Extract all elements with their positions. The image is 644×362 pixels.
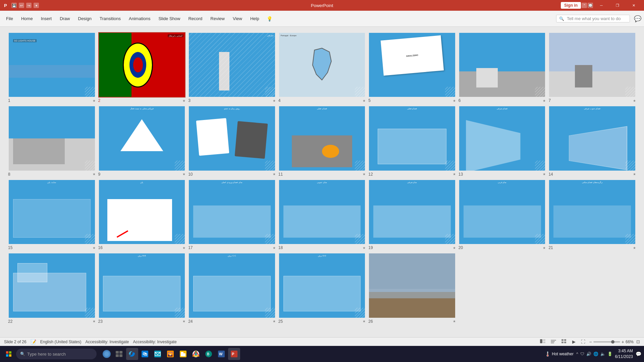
slide-item-5[interactable]: GRAU.ZERO 5 ★ [368,32,456,103]
slide-item-23[interactable]: برش B-B 23 ★ [98,253,186,323]
slide-item-14[interactable]: فضای جنوب شرقی 14 ★ [548,106,636,176]
slide-item-2[interactable]: آشنایی با پرتغال 2 ★ [98,32,186,103]
tab-slideshow[interactable]: Slide Show [155,15,183,22]
slide-item-25[interactable]: برش D-D 25 ★ [278,253,366,323]
slide-item-4[interactable]: Portugal - Europe 4 ★ [278,32,366,103]
slide-thumb-24[interactable]: برش C-C [188,253,276,318]
fit-slide-btn[interactable]: ⊡ [636,339,640,344]
slide-sorter-btn[interactable] [560,339,568,345]
slide-star-3[interactable]: ★ [273,99,276,103]
slide-item-19[interactable]: نمای شرقی 19 ★ [368,179,456,250]
quick-access-more[interactable]: ▾ [34,3,39,8]
slide-star-19[interactable]: ★ [453,246,456,250]
network-icon[interactable]: 🌐 [593,352,598,356]
slide-star-13[interactable]: ★ [543,172,546,176]
slide-star-10[interactable]: ★ [273,172,276,176]
restore-button[interactable]: ❐ [610,0,625,11]
tab-insert[interactable]: Insert [38,15,55,22]
taskbar-mail[interactable] [152,348,164,360]
slide-star-18[interactable]: ★ [363,246,366,250]
slide-item-13[interactable]: فضای شرقی 13 ★ [459,106,546,176]
tab-review[interactable]: Review [207,15,228,22]
taskbar-search[interactable]: 🔍 Type here to search [16,349,97,359]
zoom-in-btn[interactable]: + [622,339,624,345]
slide-item-22[interactable]: 22 ★ [8,253,96,323]
slide-item-20[interactable]: نمای غربی 20 ★ [459,179,546,250]
slide-item-8[interactable]: 8 ★ [8,106,96,176]
slide-star-15[interactable]: ★ [93,246,96,250]
slide-star-5[interactable]: ★ [453,99,456,103]
taskbar-photos[interactable]: 🌄 [164,348,176,360]
slide-item-16[interactable]: پلن 16 ★ [98,179,186,250]
tab-view[interactable]: View [229,15,246,22]
tab-home[interactable]: Home [18,15,36,22]
taskbar-cortana[interactable] [101,348,113,360]
zoom-thumb[interactable] [611,340,614,344]
slide-item-3[interactable]: جغرافی 3 ★ [188,32,276,103]
tab-draw[interactable]: Draw [56,15,73,22]
slide-thumb-6[interactable] [459,32,546,98]
defender-icon[interactable]: 🛡 [580,352,584,356]
slide-item-9[interactable]: فروکنی محلی به سمت فعال 9 ★ [98,106,186,176]
redo-button[interactable]: ↪ [26,3,32,8]
reading-view-btn[interactable]: ▶ [571,339,577,345]
slide-star-12[interactable]: ★ [453,172,456,176]
tab-design[interactable]: Design [75,15,95,22]
slide-thumb-23[interactable]: برش B-B [98,253,186,318]
slide-star-17[interactable]: ★ [273,246,276,250]
slide-thumb-4[interactable]: Portugal - Europe [278,32,366,98]
slide-thumb-26[interactable] [368,253,456,318]
slide-item-24[interactable]: برش C-C 24 ★ [188,253,276,323]
slide-thumb-8[interactable] [8,106,96,171]
slide-item-6[interactable]: 6 ★ [459,32,546,103]
feedback-btn[interactable]: 💬 [588,3,593,8]
slide-thumb-16[interactable]: پلن [98,179,186,245]
slide-thumb-15[interactable]: سایت پلن [8,179,96,245]
tab-record[interactable]: Record [185,15,206,22]
slide-thumb-13[interactable]: فضای شرقی [459,106,546,171]
sign-in-button[interactable]: Sign in [561,2,581,9]
slide-item-7[interactable]: 7 ★ [548,32,636,103]
slide-star-20[interactable]: ★ [543,246,546,250]
slide-thumb-5[interactable]: GRAU.ZERO [368,32,456,98]
ribbon-collapse-btn[interactable]: ⌃ [582,3,587,8]
slide-star-24[interactable]: ★ [273,319,276,323]
outline-view-btn[interactable] [549,339,557,345]
taskbar-powerpoint[interactable]: P [228,348,240,360]
slide-item-21[interactable]: برگزیده‌های فضای سکنی 21 ★ [548,179,636,250]
slide-thumb-1[interactable]: SG LIGHTS HOUSE [8,32,96,98]
undo-button[interactable]: ↩ [19,3,24,8]
tab-animations[interactable]: Animations [125,15,154,22]
ribbon-tell-me[interactable]: 🔍 Tell me what you want to do [556,15,630,22]
slide-thumb-22[interactable] [8,253,96,318]
slideshow-btn[interactable]: ⛶ [580,339,587,345]
slide-thumb-20[interactable]: نمای غربی [459,179,546,245]
taskbar-edge[interactable] [126,348,138,360]
accessibility-btn[interactable]: Accessibility: Investigate [85,340,129,344]
normal-view-btn[interactable] [539,339,547,345]
slide-star-16[interactable]: ★ [182,246,185,250]
slide-thumb-10[interactable]: روش زمان به حجم [188,106,276,171]
taskbar-store[interactable]: 🛍 [139,348,151,360]
slide-thumb-14[interactable]: فضای جنوب شرقی [548,106,636,171]
battery-icon[interactable]: 🔋 [607,352,612,356]
zoom-out-btn[interactable]: − [589,339,592,345]
slide-star-22[interactable]: ★ [93,319,96,323]
slide-star-23[interactable]: ★ [182,319,185,323]
weather-widget[interactable]: 🌡️ Hot weather [545,351,574,357]
slide-thumb-21[interactable]: برگزیده‌های فضای سکنی [548,179,636,245]
start-button[interactable] [3,348,15,360]
slide-item-26[interactable]: 26 ★ [368,253,456,323]
taskbar-explorer[interactable] [177,348,189,360]
taskbar-taskview[interactable] [113,348,125,360]
tab-file[interactable]: File [3,15,16,22]
slide-star-11[interactable]: ★ [363,172,366,176]
taskbar-chrome[interactable] [190,348,202,360]
slide-star-8[interactable]: ★ [93,172,96,176]
clock[interactable]: 3:45 AM 6/11/2023 [615,348,633,360]
notification-button[interactable]: 💬 [636,351,641,357]
volume-icon[interactable]: 🔈 [600,352,605,356]
speakers-icon[interactable]: 🔊 [586,352,591,356]
slide-thumb-17[interactable]: نمای فضای ورودی اصلی [188,179,276,245]
slide-star-2[interactable]: ★ [182,99,185,103]
